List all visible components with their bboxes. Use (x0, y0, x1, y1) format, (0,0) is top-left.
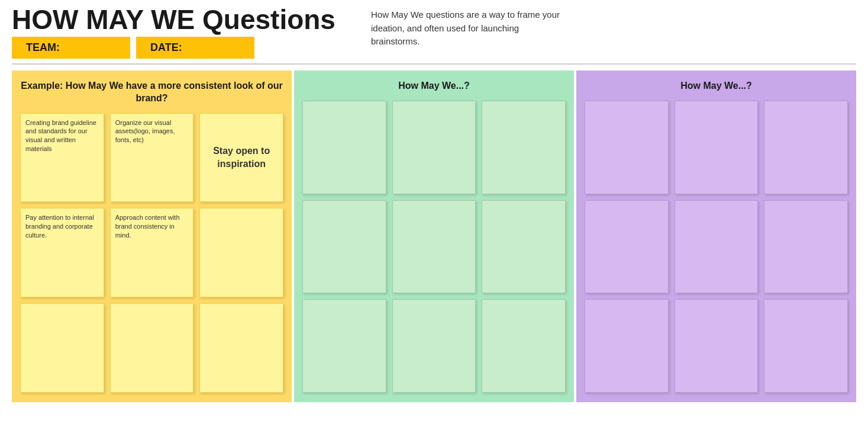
note-y-1[interactable]: Creating brand guideline and standards f… (20, 113, 104, 203)
note-y-4[interactable]: Pay attention to internal branding and c… (20, 208, 104, 297)
header: HOW MAY WE Questions TEAM: DATE: How May… (12, 6, 856, 59)
note-p-5[interactable] (675, 200, 759, 294)
note-p-9[interactable] (764, 299, 848, 393)
purple-notes-grid (585, 101, 848, 393)
note-y-5[interactable]: Approach content with brand consistency … (110, 208, 194, 297)
note-g-3[interactable] (482, 101, 566, 194)
column-purple-title: How May We...? (585, 80, 848, 92)
divider (12, 63, 856, 65)
column-yellow: Example: How May We have a more consiste… (12, 70, 292, 402)
title-section: HOW MAY WE Questions TEAM: DATE: (12, 6, 335, 59)
note-p-3[interactable] (764, 101, 848, 194)
note-y-8[interactable] (110, 303, 194, 393)
column-green-title: How May We...? (302, 80, 566, 92)
column-yellow-title: Example: How May We have a more consiste… (20, 80, 283, 105)
columns-area: Example: How May We have a more consiste… (12, 70, 856, 402)
note-g-4[interactable] (302, 200, 386, 294)
description-text: How May We questions are a way to frame … (371, 8, 560, 49)
note-p-2[interactable] (675, 101, 759, 194)
note-g-6[interactable] (482, 200, 566, 294)
note-g-5[interactable] (392, 200, 476, 294)
date-badge[interactable]: DATE: (136, 37, 254, 59)
yellow-notes-grid: Creating brand guideline and standards f… (20, 113, 283, 393)
note-p-4[interactable] (585, 200, 669, 294)
note-g-2[interactable] (392, 101, 476, 194)
note-g-7[interactable] (302, 299, 386, 393)
description-section: How May We questions are a way to frame … (335, 6, 856, 49)
note-g-9[interactable] (482, 299, 566, 393)
note-p-8[interactable] (675, 299, 759, 393)
note-p-6[interactable] (764, 200, 848, 294)
meta-row: TEAM: DATE: (12, 37, 335, 59)
note-p-1[interactable] (585, 101, 669, 194)
column-green: How May We...? (294, 70, 574, 402)
note-y-3[interactable]: Stay open to inspiration (199, 113, 283, 203)
note-g-8[interactable] (392, 299, 476, 393)
note-y-6[interactable] (199, 208, 283, 297)
note-p-7[interactable] (585, 299, 669, 393)
note-g-1[interactable] (302, 101, 386, 194)
main-title: HOW MAY WE Questions (12, 6, 335, 33)
note-y-7[interactable] (20, 303, 104, 393)
note-y-2[interactable]: Organize our visual assets(logo, images,… (110, 113, 194, 203)
column-purple: How May We...? (576, 70, 856, 402)
note-y-9[interactable] (199, 303, 283, 393)
green-notes-grid (302, 101, 566, 393)
team-badge[interactable]: TEAM: (12, 37, 130, 59)
